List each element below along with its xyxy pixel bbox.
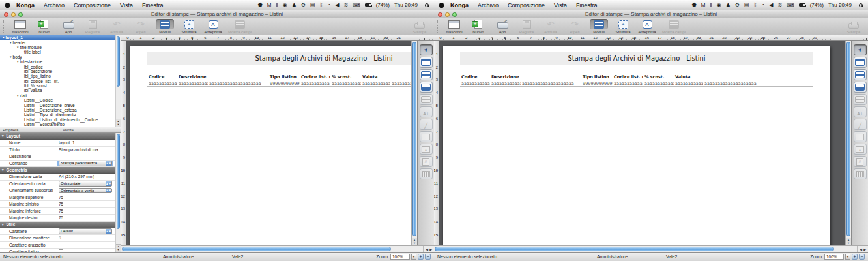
wifi-icon[interactable]: ≋ <box>343 2 348 8</box>
menu-item-konga[interactable]: Konga <box>450 2 469 8</box>
body-band-tool[interactable] <box>854 69 867 80</box>
user-menu-icon[interactable]: ♟ <box>726 2 731 8</box>
minimize-button[interactable] <box>11 12 16 17</box>
close-button[interactable] <box>4 12 8 17</box>
menu-item-konga[interactable]: Konga <box>16 2 35 8</box>
time-machine-icon[interactable]: ◔ <box>761 2 764 8</box>
apple-menu-icon[interactable] <box>439 3 444 8</box>
zoom-window-button[interactable] <box>452 12 457 17</box>
vertical-scrollbar[interactable]: ▲▼ <box>411 41 417 245</box>
tree-item-lbl-tipo-listino[interactable]: lbl_tipo_listino <box>0 74 121 78</box>
spotlight-icon[interactable] <box>859 3 863 7</box>
orientamenti-supportati-select[interactable]: Orizzontale e vertic▲▼ <box>59 188 112 194</box>
user-menu-icon[interactable]: ♟ <box>292 2 297 8</box>
wifi-icon[interactable]: ≋ <box>777 2 782 8</box>
document-table[interactable]: CodiceDescrizioneTipo listinoCodice list… <box>147 74 411 87</box>
toolbar-drag-handle[interactable] <box>437 20 439 33</box>
orientamento-carta-select[interactable]: Orizzontale▲▼ <box>59 181 112 187</box>
close-button[interactable] <box>438 12 442 17</box>
select-tool[interactable] <box>854 44 867 55</box>
toolbar-drag-handle[interactable] <box>3 20 5 33</box>
tree-scrollbar-thumb[interactable] <box>117 36 120 87</box>
page-canvas[interactable]: Stampa degli Archivi di Magazzino - List… <box>439 41 845 245</box>
horizontal-scrollbar[interactable]: ◀▶ <box>434 245 868 252</box>
zoom-window-button[interactable] <box>18 12 23 17</box>
carattere-grassetto-checkbox[interactable] <box>59 243 63 247</box>
property-group-layout[interactable]: ▾Layout <box>0 133 121 140</box>
vpn-shield-icon[interactable]: ⬟ <box>258 2 263 8</box>
header-band-tool[interactable] <box>420 57 433 68</box>
tree-item-listini-listino-di-riferimento-codice[interactable]: Listini__Listino_di_riferimento__Codice <box>0 117 121 122</box>
input-menu-icon[interactable]: ‖ <box>276 2 278 8</box>
footer-band-tool[interactable] <box>854 82 867 93</box>
tree-item-dati[interactable]: ▾dati <box>0 93 121 98</box>
tree-item-intestazione[interactable]: ▾intestazione <box>0 59 121 64</box>
properties-scrollbar-thumb[interactable] <box>117 134 120 229</box>
menu-item-finestra[interactable]: Finestra <box>576 2 598 8</box>
apri-button[interactable]: Apri <box>59 19 78 34</box>
carattere-select[interactable]: Default▲▼ <box>59 228 112 234</box>
tree-item-listini-tipo-di-riferimento[interactable]: Listini__Tipo_di_riferimento <box>0 112 121 117</box>
nuovo-button[interactable]: Nuovo <box>35 19 53 34</box>
zoom-dropdown-button[interactable]: ▼ <box>411 254 416 260</box>
comando-select[interactable]: Stampa personalizza▲▼ <box>59 161 112 166</box>
tree-item-title-label[interactable]: title label <box>0 50 121 54</box>
tree-item-lbl-codice[interactable]: lbl_codice <box>0 64 121 69</box>
footer-band-tool[interactable] <box>420 82 433 93</box>
gear-icon[interactable]: ⚙ <box>301 2 306 8</box>
battery-icon[interactable] <box>799 3 805 7</box>
window-title-bar[interactable]: Editor di stampe — Stampa archivi di mag… <box>434 10 868 18</box>
horizontal-scrollbar-buttons[interactable]: ◀▶ <box>857 246 868 252</box>
battery-icon[interactable] <box>365 3 371 7</box>
document-title-band[interactable]: Stampa degli Archivi di Magazzino - List… <box>460 52 813 65</box>
vertical-scrollbar[interactable]: ▲▼ <box>845 41 851 245</box>
menu-item-composizione[interactable]: Composizione <box>74 2 111 8</box>
zoom-value-field[interactable]: 100% <box>824 254 844 260</box>
menu-clock[interactable]: Thu 20:49 <box>828 2 852 8</box>
volume-icon[interactable]: ◀ <box>769 2 773 8</box>
menu-clock[interactable]: Thu 20:49 <box>394 2 418 8</box>
horizontal-scrollbar-thumb[interactable] <box>122 247 391 251</box>
nascondi-button[interactable]: Nascondi <box>445 19 463 34</box>
menu-item-finestra[interactable]: Finestra <box>142 2 164 8</box>
zoom-out-button[interactable]: − <box>425 254 431 260</box>
menu-item-vista[interactable]: Vista <box>554 2 567 8</box>
document-table[interactable]: CodiceDescrizioneTipo listinoCodice list… <box>460 74 813 87</box>
anteprima-button[interactable]: Anteprima <box>638 19 656 34</box>
document-page[interactable]: Stampa degli Archivi di Magazzino - List… <box>443 46 830 245</box>
vertical-scrollbar-buttons[interactable]: ▲▼ <box>846 238 851 245</box>
tree-item-listini-codice[interactable]: Listini__Codice <box>0 98 121 102</box>
tree-item-body[interactable]: ▾body <box>0 55 121 59</box>
volume-icon[interactable]: ◀ <box>335 2 339 8</box>
horizontal-scrollbar[interactable]: ◀▶ <box>121 245 434 252</box>
horizontal-scrollbar-buttons[interactable]: ◀▶ <box>423 246 434 252</box>
page-canvas[interactable]: Stampa degli Archivi di Magazzino - List… <box>126 41 411 245</box>
body-band-tool[interactable] <box>420 69 433 80</box>
nuovo-button[interactable]: Nuovo <box>469 19 487 34</box>
window-title-bar[interactable]: Editor di stampe — Stampa archivi di mag… <box>0 10 434 18</box>
tree-item-listini-descrizione-estesa[interactable]: Listini__Descrizione_estesa <box>0 108 121 112</box>
apri-button[interactable]: Apri <box>493 19 512 34</box>
menu-m-icon[interactable]: M <box>267 2 272 8</box>
tree-item-lbl-codice-list-rif[interactable]: lbl_codice_list._rif. <box>0 79 121 84</box>
sync-icon[interactable]: ◉ <box>717 2 721 8</box>
header-band-tool[interactable] <box>854 57 867 68</box>
vertical-scrollbar-buttons[interactable]: ▲▼ <box>412 238 417 245</box>
zoom-out-button[interactable]: − <box>859 254 865 260</box>
zoom-in-button[interactable]: + <box>418 254 424 260</box>
menu-item-vista[interactable]: Vista <box>120 2 133 8</box>
tree-item-lbl-scost[interactable]: lbl_%_scost. <box>0 84 121 88</box>
tree-item-listini-scostamento[interactable]: Listini__Scostamento <box>0 122 121 127</box>
moduli-button[interactable]: Moduli <box>590 19 608 34</box>
apple-menu-icon[interactable] <box>5 3 10 8</box>
struttura-button[interactable]: Struttura <box>614 19 632 34</box>
keyboard-icon[interactable]: ⌨ <box>353 2 360 8</box>
vertical-scrollbar-thumb[interactable] <box>412 42 416 236</box>
bluetooth-icon[interactable]: ᛒ <box>320 2 323 8</box>
minimize-button[interactable] <box>445 12 450 17</box>
gear-icon[interactable]: ⚙ <box>735 2 740 8</box>
zoom-in-button[interactable]: + <box>852 254 858 260</box>
document-page[interactable]: Stampa degli Archivi di Magazzino - List… <box>130 46 411 245</box>
tree-item-lbl-valuta[interactable]: lbl_valuta <box>0 88 121 93</box>
struttura-button[interactable]: Struttura <box>180 19 198 34</box>
